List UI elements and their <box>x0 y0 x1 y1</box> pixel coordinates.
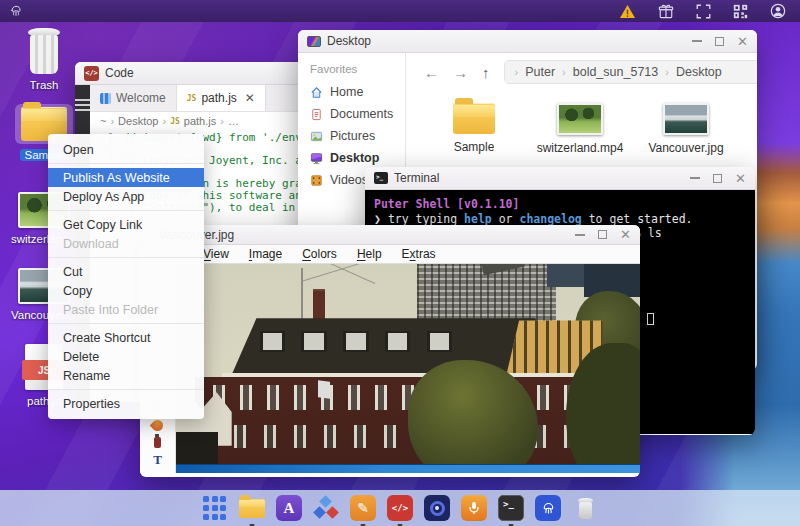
taskbar-terminal-button[interactable]: >_ <box>497 494 525 522</box>
sidebar-item-desktop[interactable]: Desktop <box>298 147 405 169</box>
puter-logo-icon <box>535 495 561 521</box>
close-button[interactable]: ✕ <box>620 228 631 241</box>
desktop-icon-trash[interactable]: Trash <box>12 28 76 91</box>
close-button[interactable]: ✕ <box>735 172 746 185</box>
window-title: Terminal <box>394 171 439 185</box>
file-manager-toolbar: ← → ↑ ›Puter ›bold_sun_5713 ›Desktop <box>406 53 757 91</box>
video-thumbnail-icon <box>557 103 603 135</box>
file-item-vancouver[interactable]: Vancouver.jpg <box>638 103 734 165</box>
menu-image[interactable]: Image <box>249 247 282 261</box>
taskbar-code-button[interactable]: </> <box>386 494 414 522</box>
taskbar-camera-button[interactable] <box>423 494 451 522</box>
microphone-icon <box>461 495 487 521</box>
paint-brush-icon: ✎ <box>350 495 376 521</box>
welcome-icon <box>100 93 111 104</box>
menu-view[interactable]: View <box>203 247 229 261</box>
taskbar-text-editor-button[interactable]: A <box>275 494 303 522</box>
menu-item-create-shortcut[interactable]: Create Shortcut <box>48 328 204 347</box>
launcher-grid-icon <box>203 496 227 520</box>
code-icon: </> <box>387 495 413 521</box>
code-titlebar[interactable]: </> Code <box>75 62 311 85</box>
js-icon: JS <box>170 117 180 126</box>
menu-item-cut[interactable]: Cut <box>48 262 204 281</box>
terminal-titlebar[interactable]: >_ Terminal ✕ <box>365 167 755 190</box>
sidebar-item-home[interactable]: Home <box>298 81 405 103</box>
file-item-sample[interactable]: Sample <box>426 103 522 165</box>
back-button[interactable]: ← <box>424 64 439 81</box>
window-title: Code <box>105 66 134 80</box>
text-editor-icon: A <box>276 495 302 521</box>
sidebar-item-documents[interactable]: Documents <box>298 103 405 125</box>
maximize-button[interactable] <box>598 230 607 239</box>
sidebar-item-pictures[interactable]: Pictures <box>298 125 405 147</box>
menu-item-rename[interactable]: Rename <box>48 366 204 385</box>
window-title: Desktop <box>327 34 371 48</box>
menu-help[interactable]: Help <box>357 247 382 261</box>
shell-banner: Puter Shell [v0.1.10] <box>374 197 746 212</box>
image-viewer-titlebar[interactable]: Vancouver.jpg ✕ <box>140 225 640 245</box>
puter-logo-icon[interactable] <box>8 3 24 19</box>
minimize-button[interactable] <box>692 40 702 42</box>
file-manager-titlebar[interactable]: Desktop ✕ <box>298 30 757 53</box>
folder-icon <box>453 103 495 134</box>
menu-separator <box>48 389 204 390</box>
qr-code-icon[interactable] <box>733 4 748 19</box>
menu-item-deploy-as-app[interactable]: Deploy As App <box>48 187 204 206</box>
taskbar: A ✎ </> >_ <box>0 490 800 526</box>
menu-separator <box>48 257 204 258</box>
taskbar-recorder-button[interactable] <box>460 494 488 522</box>
terminal-cursor <box>647 313 654 325</box>
maximize-button[interactable] <box>713 174 722 183</box>
menu-extras[interactable]: Extras <box>402 247 436 261</box>
breadcrumb[interactable]: ›Puter ›bold_sun_5713 ›Desktop <box>504 60 758 84</box>
menu-colors[interactable]: Colors <box>302 247 337 261</box>
photo-water <box>176 465 640 473</box>
maximize-button[interactable] <box>715 37 724 46</box>
close-button[interactable]: ✕ <box>737 35 748 48</box>
forward-button[interactable]: → <box>453 64 468 81</box>
trash-icon <box>577 498 594 519</box>
gift-icon[interactable] <box>658 4 674 19</box>
menu-item-open[interactable]: Open <box>48 140 204 159</box>
account-icon[interactable] <box>770 3 786 19</box>
context-menu: Open Publish As Website Deploy As App Ge… <box>48 134 204 419</box>
menu-item-properties[interactable]: Properties <box>48 394 204 413</box>
taskbar-cubes-app-button[interactable] <box>312 494 340 522</box>
file-item-pathjs[interactable]: JS path.js <box>744 103 757 165</box>
image-canvas[interactable] <box>176 264 640 473</box>
warning-icon[interactable] <box>619 4 636 19</box>
trash-icon <box>26 28 62 74</box>
tab-pathjs[interactable]: JS path.js ✕ <box>177 85 266 111</box>
spray-tool-icon[interactable] <box>140 434 175 451</box>
image-thumbnail-icon <box>663 103 709 135</box>
fullscreen-icon[interactable] <box>696 4 711 19</box>
js-icon: JS <box>187 94 197 103</box>
menu-item-delete[interactable]: Delete <box>48 347 204 366</box>
videos-icon <box>310 174 323 187</box>
file-item-switzerland[interactable]: switzerland.mp4 <box>532 103 628 165</box>
taskbar-launcher-button[interactable] <box>201 494 229 522</box>
folder-icon <box>239 499 265 518</box>
tab-welcome[interactable]: Welcome <box>90 85 177 111</box>
text-tool-icon[interactable]: T <box>140 451 175 468</box>
editor-tabbar: Welcome JS path.js ✕ <box>90 85 311 112</box>
brush-tool-icon[interactable] <box>140 417 175 434</box>
document-icon <box>310 108 323 121</box>
file-list: Sample switzerland.mp4 Vancouver.jpg JS … <box>406 91 757 165</box>
minimize-button[interactable] <box>690 177 700 179</box>
menu-item-copy[interactable]: Copy <box>48 281 204 300</box>
menu-hamburger-icon[interactable] <box>75 96 90 114</box>
taskbar-paint-button[interactable]: ✎ <box>349 494 377 522</box>
menu-item-get-copy-link[interactable]: Get Copy Link <box>48 215 204 234</box>
up-button[interactable]: ↑ <box>482 64 490 81</box>
desktop-icon <box>310 152 323 165</box>
close-tab-icon[interactable]: ✕ <box>245 91 255 105</box>
terminal-app-icon: >_ <box>374 172 388 184</box>
menu-item-publish-as-website[interactable]: Publish As Website <box>48 168 204 187</box>
taskbar-trash-button[interactable] <box>571 494 599 522</box>
menu-separator <box>48 163 204 164</box>
minimize-button[interactable] <box>575 234 585 236</box>
taskbar-puter-button[interactable] <box>534 494 562 522</box>
system-topbar <box>0 0 800 22</box>
taskbar-file-manager-button[interactable] <box>238 494 266 522</box>
